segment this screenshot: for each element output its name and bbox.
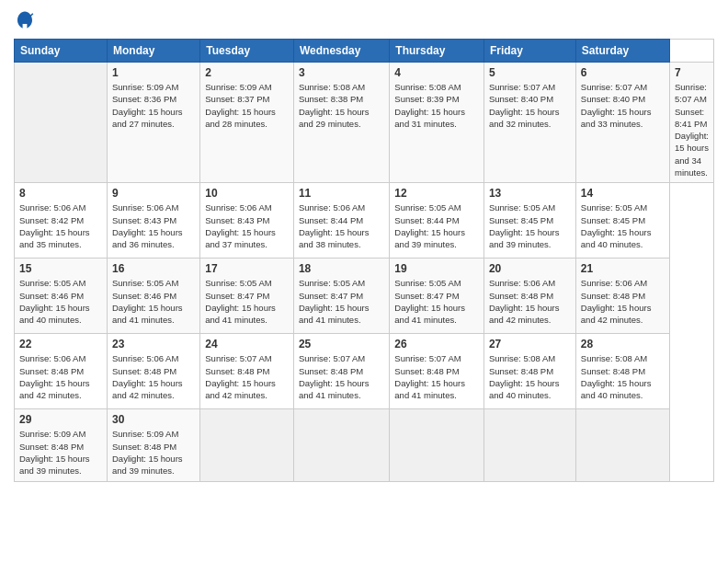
day-cell: 23Sunrise: 5:06 AMSunset: 8:48 PMDayligh… — [108, 334, 200, 409]
day-cell: 18Sunrise: 5:05 AMSunset: 8:47 PMDayligh… — [293, 259, 389, 334]
day-info: Sunrise: 5:06 AMSunset: 8:48 PMDaylight:… — [19, 352, 102, 401]
empty-cell — [15, 63, 108, 183]
day-number: 11 — [299, 187, 384, 200]
day-info: Sunrise: 5:07 AMSunset: 8:48 PMDaylight:… — [394, 352, 479, 401]
day-number: 20 — [489, 262, 571, 275]
day-cell: 29Sunrise: 5:09 AMSunset: 8:48 PMDayligh… — [15, 409, 108, 481]
weekday-header-saturday: Saturday — [575, 40, 669, 63]
day-info: Sunrise: 5:05 AMSunset: 8:46 PMDaylight:… — [19, 277, 102, 326]
day-info: Sunrise: 5:07 AMSunset: 8:40 PMDaylight:… — [489, 81, 571, 130]
day-cell: 20Sunrise: 5:06 AMSunset: 8:48 PMDayligh… — [483, 259, 575, 334]
logo — [14, 9, 40, 31]
week-row-3: 15Sunrise: 5:05 AMSunset: 8:46 PMDayligh… — [15, 259, 714, 334]
weekday-header-sunday: Sunday — [15, 40, 108, 63]
day-cell: 4Sunrise: 5:08 AMSunset: 8:39 PMDaylight… — [390, 63, 484, 183]
calendar: SundayMondayTuesdayWednesdayThursdayFrid… — [14, 39, 714, 482]
day-cell: 10Sunrise: 5:06 AMSunset: 8:43 PMDayligh… — [200, 183, 294, 259]
day-cell: 7Sunrise: 5:07 AMSunset: 8:41 PMDaylight… — [669, 63, 713, 183]
day-number: 12 — [394, 187, 479, 200]
weekday-header-tuesday: Tuesday — [200, 40, 294, 63]
day-cell: 26Sunrise: 5:07 AMSunset: 8:48 PMDayligh… — [390, 334, 484, 409]
day-info: Sunrise: 5:07 AMSunset: 8:48 PMDaylight:… — [205, 352, 289, 401]
week-row-4: 22Sunrise: 5:06 AMSunset: 8:48 PMDayligh… — [15, 334, 714, 409]
day-number: 25 — [299, 338, 384, 350]
day-number: 13 — [489, 187, 571, 200]
day-number: 16 — [112, 262, 195, 275]
day-number: 8 — [19, 187, 102, 200]
day-info: Sunrise: 5:09 AMSunset: 8:48 PMDaylight:… — [112, 428, 195, 477]
day-cell: 21Sunrise: 5:06 AMSunset: 8:48 PMDayligh… — [575, 259, 669, 334]
day-number: 5 — [489, 66, 571, 79]
day-cell: 9Sunrise: 5:06 AMSunset: 8:43 PMDaylight… — [108, 183, 200, 259]
day-cell: 16Sunrise: 5:05 AMSunset: 8:46 PMDayligh… — [108, 259, 200, 334]
day-number: 3 — [299, 66, 384, 79]
day-number: 4 — [394, 66, 479, 79]
day-number: 23 — [112, 338, 195, 350]
day-number: 2 — [205, 66, 289, 79]
day-cell: 6Sunrise: 5:07 AMSunset: 8:40 PMDaylight… — [575, 63, 669, 183]
day-cell: 30Sunrise: 5:09 AMSunset: 8:48 PMDayligh… — [108, 409, 200, 481]
day-cell: 14Sunrise: 5:05 AMSunset: 8:45 PMDayligh… — [575, 183, 669, 259]
weekday-header-friday: Friday — [483, 40, 575, 63]
day-number: 18 — [299, 262, 384, 275]
weekday-header-thursday: Thursday — [390, 40, 484, 63]
day-cell — [575, 409, 669, 481]
day-cell: 19Sunrise: 5:05 AMSunset: 8:47 PMDayligh… — [390, 259, 484, 334]
day-info: Sunrise: 5:06 AMSunset: 8:48 PMDaylight:… — [489, 277, 571, 326]
day-number: 29 — [19, 413, 102, 426]
generalblue-logo-icon — [14, 9, 36, 31]
day-info: Sunrise: 5:05 AMSunset: 8:44 PMDaylight:… — [394, 201, 479, 250]
day-info: Sunrise: 5:09 AMSunset: 8:36 PMDaylight:… — [112, 81, 195, 130]
day-number: 21 — [581, 262, 665, 275]
day-cell — [390, 409, 484, 481]
day-info: Sunrise: 5:05 AMSunset: 8:47 PMDaylight:… — [299, 277, 384, 326]
day-number: 6 — [581, 66, 665, 79]
day-cell: 17Sunrise: 5:05 AMSunset: 8:47 PMDayligh… — [200, 259, 294, 334]
day-info: Sunrise: 5:06 AMSunset: 8:48 PMDaylight:… — [581, 277, 665, 326]
day-info: Sunrise: 5:06 AMSunset: 8:42 PMDaylight:… — [19, 201, 102, 250]
day-cell: 25Sunrise: 5:07 AMSunset: 8:48 PMDayligh… — [293, 334, 389, 409]
day-info: Sunrise: 5:05 AMSunset: 8:47 PMDaylight:… — [205, 277, 289, 326]
day-cell: 13Sunrise: 5:05 AMSunset: 8:45 PMDayligh… — [483, 183, 575, 259]
day-cell: 28Sunrise: 5:08 AMSunset: 8:48 PMDayligh… — [575, 334, 669, 409]
day-number: 22 — [19, 338, 102, 350]
day-cell: 3Sunrise: 5:08 AMSunset: 8:38 PMDaylight… — [293, 63, 389, 183]
day-info: Sunrise: 5:05 AMSunset: 8:46 PMDaylight:… — [112, 277, 195, 326]
weekday-header-row: SundayMondayTuesdayWednesdayThursdayFrid… — [15, 40, 714, 63]
day-info: Sunrise: 5:05 AMSunset: 8:45 PMDaylight:… — [581, 201, 665, 250]
day-info: Sunrise: 5:08 AMSunset: 8:38 PMDaylight:… — [299, 81, 384, 130]
day-number: 9 — [112, 187, 195, 200]
day-number: 28 — [581, 338, 665, 350]
day-cell — [200, 409, 294, 481]
weekday-header-wednesday: Wednesday — [293, 40, 389, 63]
day-cell: 8Sunrise: 5:06 AMSunset: 8:42 PMDaylight… — [15, 183, 108, 259]
day-cell: 15Sunrise: 5:05 AMSunset: 8:46 PMDayligh… — [15, 259, 108, 334]
day-info: Sunrise: 5:06 AMSunset: 8:44 PMDaylight:… — [299, 201, 384, 250]
day-cell: 24Sunrise: 5:07 AMSunset: 8:48 PMDayligh… — [200, 334, 294, 409]
weekday-header-monday: Monday — [108, 40, 200, 63]
day-cell: 22Sunrise: 5:06 AMSunset: 8:48 PMDayligh… — [15, 334, 108, 409]
day-number: 30 — [112, 413, 195, 426]
day-info: Sunrise: 5:08 AMSunset: 8:48 PMDaylight:… — [489, 352, 571, 401]
day-number: 26 — [394, 338, 479, 350]
day-info: Sunrise: 5:09 AMSunset: 8:37 PMDaylight:… — [205, 81, 289, 130]
day-info: Sunrise: 5:06 AMSunset: 8:43 PMDaylight:… — [112, 201, 195, 250]
day-cell — [483, 409, 575, 481]
day-cell: 11Sunrise: 5:06 AMSunset: 8:44 PMDayligh… — [293, 183, 389, 259]
day-number: 27 — [489, 338, 571, 350]
day-cell: 2Sunrise: 5:09 AMSunset: 8:37 PMDaylight… — [200, 63, 294, 183]
day-info: Sunrise: 5:07 AMSunset: 8:48 PMDaylight:… — [299, 352, 384, 401]
week-row-1: 1Sunrise: 5:09 AMSunset: 8:36 PMDaylight… — [15, 63, 714, 183]
day-cell: 5Sunrise: 5:07 AMSunset: 8:40 PMDaylight… — [483, 63, 575, 183]
day-info: Sunrise: 5:07 AMSunset: 8:40 PMDaylight:… — [581, 81, 665, 130]
day-number: 19 — [394, 262, 479, 275]
day-info: Sunrise: 5:05 AMSunset: 8:47 PMDaylight:… — [394, 277, 479, 326]
day-number: 24 — [205, 338, 289, 350]
day-info: Sunrise: 5:09 AMSunset: 8:48 PMDaylight:… — [19, 428, 102, 477]
week-row-2: 8Sunrise: 5:06 AMSunset: 8:42 PMDaylight… — [15, 183, 714, 259]
day-cell: 1Sunrise: 5:09 AMSunset: 8:36 PMDaylight… — [108, 63, 200, 183]
day-cell: 12Sunrise: 5:05 AMSunset: 8:44 PMDayligh… — [390, 183, 484, 259]
day-info: Sunrise: 5:06 AMSunset: 8:48 PMDaylight:… — [112, 352, 195, 401]
day-info: Sunrise: 5:05 AMSunset: 8:45 PMDaylight:… — [489, 201, 571, 250]
header — [14, 9, 714, 31]
